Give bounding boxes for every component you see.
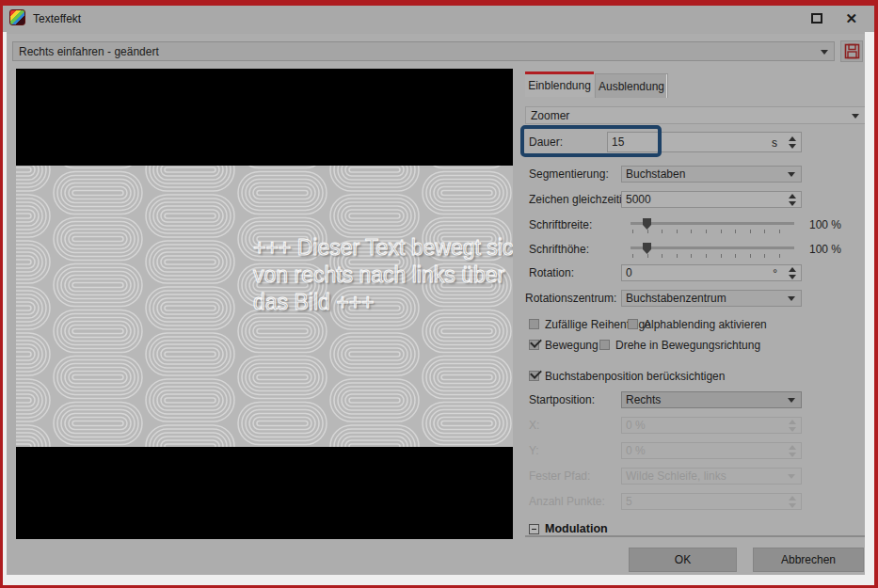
dauer-spinner[interactable] bbox=[786, 133, 799, 151]
tab-ausblendung[interactable]: Ausblendung bbox=[595, 73, 668, 98]
y-value: 0 % bbox=[626, 444, 646, 457]
slider-ticks bbox=[632, 230, 794, 233]
segmentierung-value: Buchstaben bbox=[626, 167, 685, 181]
schriftbreite-slider[interactable] bbox=[631, 218, 794, 233]
checkbox-row-b: Bewegung Drehe in Bewegungsrichtung bbox=[525, 339, 866, 352]
cancel-button[interactable]: Abbrechen bbox=[753, 548, 864, 572]
close-button[interactable]: ✕ bbox=[845, 9, 857, 28]
slider-thumb[interactable] bbox=[643, 218, 651, 230]
chevron-down-icon bbox=[821, 50, 828, 55]
buchstabenposition-checkbox[interactable] bbox=[529, 371, 539, 381]
zeichen-input[interactable]: 5000 bbox=[621, 191, 802, 208]
preset-dropdown[interactable]: Rechts einfahren - geändert bbox=[12, 41, 835, 61]
window-border-right bbox=[874, 0, 878, 588]
schriftbreite-label: Schriftbreite: bbox=[529, 218, 592, 231]
rotation-spinner[interactable] bbox=[786, 265, 799, 280]
segmentierung-label: Segmentierung: bbox=[529, 167, 609, 181]
checkbox-row-c: Buchstabenposition berücksichtigen bbox=[525, 370, 866, 383]
rotation-input[interactable]: 0 ° bbox=[621, 264, 802, 281]
slider-track bbox=[631, 222, 794, 225]
schrifthoehe-row: Schrifthöhe: 100 % bbox=[525, 241, 866, 260]
chevron-down-icon bbox=[788, 474, 795, 479]
fester-pfad-dropdown: Wilde Schleife, links bbox=[621, 468, 802, 485]
dauer-row: Dauer: 15 s bbox=[525, 132, 866, 152]
x-value: 0 % bbox=[626, 419, 646, 432]
anzahl-punkte-value: 5 bbox=[626, 495, 632, 508]
anzahl-punkte-input: 5 bbox=[621, 493, 802, 510]
zeichen-row: Zeichen gleichzeitig: 5000 bbox=[525, 191, 866, 208]
chevron-down-icon bbox=[852, 114, 859, 119]
zufaellige-checkbox[interactable] bbox=[529, 319, 539, 329]
section-divider bbox=[525, 535, 866, 537]
window-frame-bottom bbox=[3, 575, 874, 585]
alphablending-checkbox[interactable] bbox=[628, 319, 638, 329]
schrifthoehe-label: Schrifthöhe: bbox=[529, 243, 589, 256]
schriftbreite-value: 100 % bbox=[809, 218, 841, 231]
x-label: X: bbox=[529, 419, 539, 432]
window-title: Texteffekt bbox=[33, 12, 81, 25]
app-icon bbox=[9, 9, 25, 25]
effect-type-value: Zoomer bbox=[531, 109, 569, 122]
collapse-icon[interactable] bbox=[529, 524, 539, 534]
slider-ticks bbox=[632, 254, 794, 258]
title-bar: Texteffekt ✕ bbox=[3, 6, 874, 34]
y-label: Y: bbox=[529, 444, 539, 457]
schriftbreite-row: Schriftbreite: 100 % bbox=[525, 216, 866, 235]
startposition-value: Rechts bbox=[626, 393, 661, 406]
y-spinner bbox=[786, 443, 799, 458]
preview-overlay-text: +++ Dieser Text bewegt sich von rechts n… bbox=[253, 234, 513, 316]
drehe-label: Drehe in Bewegungsrichtung bbox=[615, 339, 760, 352]
alphablending-label: Alphablending aktivieren bbox=[644, 318, 767, 331]
startposition-dropdown[interactable]: Rechts bbox=[621, 391, 802, 408]
bewegung-label: Bewegung bbox=[545, 339, 599, 352]
tab-einblendung[interactable]: Einblendung bbox=[525, 72, 594, 97]
dauer-label: Dauer: bbox=[529, 135, 563, 149]
segmentierung-dropdown[interactable]: Buchstaben bbox=[621, 166, 802, 183]
buchstabenposition-label: Buchstabenposition berücksichtigen bbox=[545, 370, 725, 383]
preview-text-line: +++ Dieser Text bewegt sich bbox=[253, 234, 513, 262]
fester-pfad-row: Fester Pfad: Wilde Schleife, links bbox=[525, 468, 866, 485]
drehe-checkbox[interactable] bbox=[599, 340, 610, 350]
anzahl-punkte-label: Anzahl Punkte: bbox=[529, 495, 605, 508]
window-border-left bbox=[0, 0, 3, 588]
schrifthoehe-slider[interactable] bbox=[631, 243, 794, 258]
y-row: Y: 0 % bbox=[525, 442, 866, 459]
fester-pfad-value: Wilde Schleife, links bbox=[626, 469, 726, 483]
modulation-label: Modulation bbox=[545, 522, 608, 535]
modulation-header[interactable]: Modulation bbox=[525, 522, 866, 536]
save-preset-button[interactable] bbox=[840, 40, 863, 62]
effect-preview: +++ Dieser Text bewegt sich von rechts n… bbox=[16, 69, 513, 539]
zeichen-spinner[interactable] bbox=[786, 192, 799, 207]
chevron-down-icon bbox=[788, 296, 795, 301]
x-spinner bbox=[786, 418, 799, 433]
rotation-label: Rotation: bbox=[529, 266, 574, 279]
anzahl-punkte-row: Anzahl Punkte: 5 bbox=[525, 493, 866, 510]
rotation-row: Rotation: 0 ° bbox=[525, 264, 866, 281]
save-icon bbox=[844, 43, 860, 59]
dauer-value: 15 bbox=[612, 135, 624, 149]
texteffekt-dialog: Texteffekt ✕ Rechts einfahren - geändert bbox=[0, 0, 878, 588]
ok-button[interactable]: OK bbox=[629, 548, 737, 572]
effect-type-dropdown[interactable]: Zoomer bbox=[525, 106, 866, 124]
slider-thumb[interactable] bbox=[643, 243, 651, 254]
preset-value: Rechts einfahren - geändert bbox=[19, 45, 159, 58]
zeichen-value: 5000 bbox=[626, 193, 651, 206]
rotationszentrum-label: Rotationszentrum: bbox=[525, 292, 616, 305]
rotation-unit: ° bbox=[773, 267, 777, 280]
chevron-down-icon bbox=[788, 172, 795, 177]
schrifthoehe-value: 100 % bbox=[809, 243, 841, 256]
maximize-button[interactable] bbox=[811, 13, 822, 24]
bewegung-checkbox[interactable] bbox=[529, 340, 539, 350]
window-frame-right bbox=[865, 32, 874, 585]
y-input: 0 % bbox=[621, 442, 802, 459]
rotationszentrum-dropdown[interactable]: Buchstabenzentrum bbox=[621, 290, 802, 307]
rotationszentrum-row: Rotationszentrum: Buchstabenzentrum bbox=[525, 290, 866, 307]
preview-text-line: von rechts nach links über bbox=[253, 262, 513, 289]
x-input: 0 % bbox=[621, 417, 802, 434]
preview-text-line: das Bild +++ bbox=[253, 289, 513, 316]
zeichen-label: Zeichen gleichzeitig: bbox=[529, 193, 631, 206]
startposition-row: Startposition: Rechts bbox=[525, 391, 866, 408]
anzahl-punkte-spinner bbox=[786, 494, 799, 509]
dauer-input[interactable]: 15 s bbox=[607, 132, 802, 152]
startposition-label: Startposition: bbox=[529, 393, 595, 406]
